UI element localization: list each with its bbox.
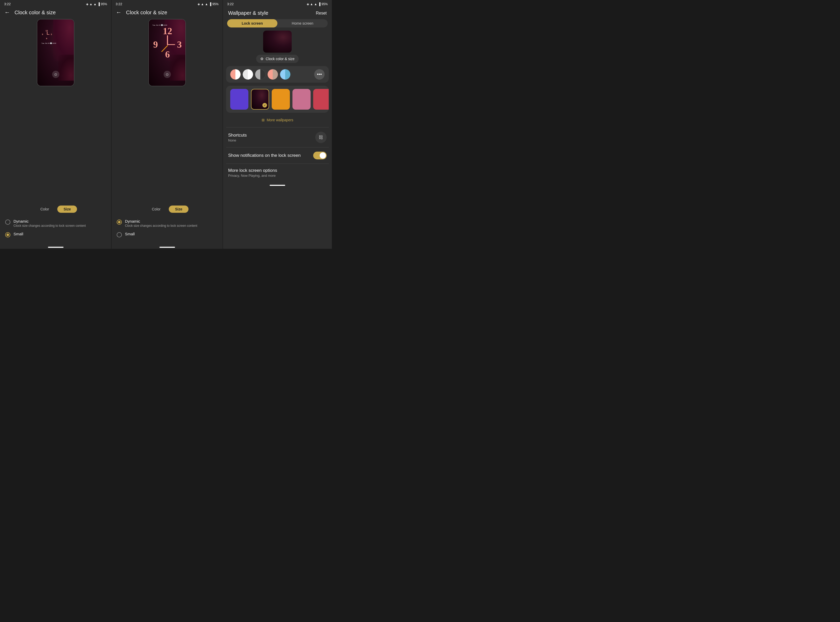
wallpaper-mid: Tue, Oct 24 🕐 10:00 12 3 6 9 (149, 20, 185, 86)
home-screen-tab[interactable]: Home screen (277, 19, 328, 27)
radio-text-small-left: Small (14, 232, 23, 236)
right-panel: 3:22 ◈ ▲ ▲ ▐ 95% Wallpaper & style Reset… (223, 0, 332, 249)
fingerprint-icon-left: ⊙ (52, 71, 60, 78)
radio-dot-small-left (6, 233, 9, 236)
battery-icon-right: ▐ (318, 2, 321, 6)
gear-icon: ⚙ (260, 57, 264, 61)
flower-deco-4 (170, 55, 186, 81)
more-wallpapers-button[interactable]: ⊞ More wallpapers (257, 116, 298, 124)
back-button-left[interactable]: ← (3, 9, 11, 16)
status-bar-mid: 3:22 ◈ ▲ ▲ ▐ 95% (111, 0, 223, 7)
color-swatches-row: ••• (226, 66, 329, 83)
notifications-toggle[interactable] (313, 152, 327, 159)
image-icon: ⊞ (261, 118, 265, 122)
selected-check-icon: ✓ (263, 103, 267, 108)
svg-text:3: 3 (51, 33, 52, 35)
tab-row-left: Color Size (4, 206, 107, 213)
clock-setting-label: Clock color & size (266, 57, 295, 61)
lock-screen-tab[interactable]: Lock screen (227, 19, 277, 27)
flower-deco-2 (58, 55, 75, 81)
right-header: Wallpaper & style Reset (223, 7, 332, 19)
swatch-pink-brown[interactable] (267, 69, 278, 79)
swatch-blue-teal[interactable] (280, 69, 290, 79)
shortcuts-text: Shortcuts None (228, 133, 247, 142)
radio-text-dynamic-mid: Dynamic Clock size changes according to … (125, 219, 197, 227)
size-tab-left[interactable]: Size (57, 206, 77, 213)
clock-date-large: Tue, Oct 24 🕐 10:00 (149, 24, 185, 26)
phone-preview-mid: Tue, Oct 24 🕐 10:00 12 3 6 9 (111, 19, 223, 203)
more-options-row[interactable]: More lock screen options Privacy, Now Pl… (223, 164, 332, 182)
wallpaper-floral-selected[interactable]: ✓ (251, 89, 269, 110)
shortcuts-row[interactable]: Shortcuts None ⛓ (223, 128, 332, 147)
signal-icon-left: ▲ (93, 2, 97, 6)
more-wallpapers-label: More wallpapers (267, 118, 293, 122)
wallpaper-options-row: ✓ (226, 86, 329, 113)
screen-tabs: Lock screen Home screen (227, 19, 328, 27)
clock-large-wrapper: Tue, Oct 24 🕐 10:00 12 3 6 9 (149, 24, 185, 58)
vibrate-icon-mid: ◈ (197, 2, 200, 6)
bottom-controls-left: Color Size Dynamic Clock size changes ac… (0, 203, 111, 244)
radio-circle-small-mid (117, 232, 122, 238)
svg-text:6: 6 (165, 49, 170, 58)
svg-text:9: 9 (153, 40, 158, 50)
vibrate-icon-right: ◈ (307, 2, 309, 6)
radio-circle-dynamic-left (5, 220, 11, 225)
large-clock-svg: 12 3 6 9 (149, 27, 186, 58)
wallpaper-thumbnail[interactable] (263, 30, 292, 53)
signal-icon-right: ▲ (314, 2, 317, 6)
left-panel: 3:22 ◈ ▲ ▲ ▐ 95% ← Clock color & size 12 (0, 0, 111, 249)
shortcuts-label: Shortcuts (228, 133, 247, 138)
wallpaper-purple[interactable] (230, 89, 248, 110)
nav-bar-mid (159, 247, 175, 248)
clock-date-small: Tue, Oct 24 🕐 10:00 (41, 42, 56, 44)
swatch-pink-white[interactable] (230, 69, 241, 79)
battery-pct-mid: 95% (212, 2, 218, 6)
wallpaper-red[interactable] (313, 89, 329, 110)
radio-small-left[interactable]: Small (4, 230, 107, 239)
color-tab-left[interactable]: Color (34, 206, 55, 213)
wallpaper-pink[interactable] (292, 89, 311, 110)
wifi-icon-mid: ▲ (201, 2, 204, 6)
time-right: 3:22 (227, 2, 234, 6)
more-swatches-button[interactable]: ••• (314, 69, 325, 79)
color-tab-mid[interactable]: Color (146, 206, 167, 213)
analog-clock-svg: 12 3 6 9 (41, 29, 53, 40)
wifi-icon-left: ▲ (89, 2, 93, 6)
radio-dynamic-mid[interactable]: Dynamic Clock size changes according to … (116, 217, 218, 230)
wallpaper-orange[interactable] (272, 89, 290, 110)
shortcuts-sub: None (228, 139, 247, 142)
header-mid: ← Clock color & size (111, 7, 223, 19)
phone-mock-left: 12 3 6 9 Tue, Oct 24 🕐 10:00 ⊙ (37, 19, 75, 86)
battery-pct-right: 95% (321, 2, 328, 6)
status-bar-left: 3:22 ◈ ▲ ▲ ▐ 95% (0, 0, 111, 7)
time-left: 3:22 (4, 2, 11, 6)
svg-text:9: 9 (42, 33, 43, 35)
swatch-white-gray[interactable] (243, 69, 253, 79)
radio-dot-dynamic-mid (118, 221, 121, 223)
clock-setting-button[interactable]: ⚙ Clock color & size (256, 55, 299, 63)
nav-bar-right (270, 185, 285, 186)
notifications-label: Show notifications on the lock screen (228, 153, 301, 158)
phone-preview-left: 12 3 6 9 Tue, Oct 24 🕐 10:00 ⊙ (0, 19, 111, 203)
svg-text:3: 3 (177, 40, 182, 50)
wallpaper-thumb-container (223, 30, 332, 53)
wifi-icon-right: ▲ (310, 2, 313, 6)
status-icons-left: ◈ ▲ ▲ ▐ 95% (86, 2, 107, 6)
page-title-mid: Clock color & size (126, 9, 167, 15)
status-icons-right: ◈ ▲ ▲ ▐ 95% (307, 2, 328, 6)
radio-small-mid[interactable]: Small (116, 230, 218, 239)
swatch-gray-dark[interactable] (255, 69, 266, 79)
radio-circle-dynamic-mid (117, 220, 122, 225)
radio-text-small-mid: Small (125, 232, 135, 236)
battery-icon-mid: ▐ (209, 2, 211, 6)
reset-button[interactable]: Reset (316, 11, 327, 15)
radio-dynamic-left[interactable]: Dynamic Clock size changes according to … (4, 217, 107, 230)
bottom-controls-mid: Color Size Dynamic Clock size changes ac… (111, 203, 223, 244)
vibrate-icon-left: ◈ (86, 2, 89, 6)
svg-text:12: 12 (46, 29, 48, 32)
battery-pct-left: 95% (101, 2, 107, 6)
back-button-mid[interactable]: ← (115, 9, 123, 16)
page-title-left: Clock color & size (15, 9, 56, 15)
fingerprint-icon-mid: ⊙ (163, 71, 171, 78)
size-tab-mid[interactable]: Size (169, 206, 188, 213)
